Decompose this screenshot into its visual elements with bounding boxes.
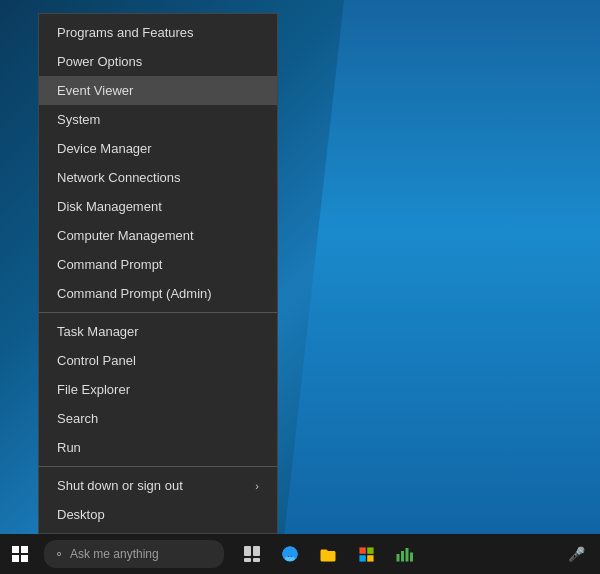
menu-item-label: Power Options: [57, 54, 142, 69]
task-view-icon[interactable]: [234, 534, 270, 574]
menu-item-label: System: [57, 112, 100, 127]
menu-item-file-explorer[interactable]: File Explorer: [39, 375, 277, 404]
menu-item-label: Command Prompt: [57, 257, 162, 272]
menu-item-device-manager[interactable]: Device Manager: [39, 134, 277, 163]
store-icon[interactable]: [348, 534, 384, 574]
svg-rect-10: [359, 555, 365, 561]
start-button[interactable]: [0, 534, 40, 574]
taskbar-icons: [234, 534, 422, 574]
menu-item-control-panel[interactable]: Control Panel: [39, 346, 277, 375]
svg-rect-12: [397, 554, 400, 562]
menu-item-label: Computer Management: [57, 228, 194, 243]
menu-item-label: File Explorer: [57, 382, 130, 397]
search-bar[interactable]: ⚬ Ask me anything: [44, 540, 224, 568]
svg-rect-5: [253, 546, 260, 556]
system-tray: 🎤: [560, 534, 592, 574]
menu-item-label: Event Viewer: [57, 83, 133, 98]
svg-rect-2: [12, 555, 19, 562]
menu-item-network-connections[interactable]: Network Connections: [39, 163, 277, 192]
context-menu: Programs and FeaturesPower OptionsEvent …: [38, 13, 278, 534]
edge-icon[interactable]: [272, 534, 308, 574]
svg-rect-1: [21, 546, 28, 553]
desktop: Programs and FeaturesPower OptionsEvent …: [0, 0, 600, 574]
menu-item-task-manager[interactable]: Task Manager: [39, 317, 277, 346]
menu-item-label: Device Manager: [57, 141, 152, 156]
menu-separator: [39, 312, 277, 313]
svg-rect-9: [367, 547, 373, 553]
menu-item-label: Control Panel: [57, 353, 136, 368]
svg-rect-0: [12, 546, 19, 553]
svg-rect-6: [244, 558, 251, 562]
menu-item-computer-management[interactable]: Computer Management: [39, 221, 277, 250]
menu-item-system[interactable]: System: [39, 105, 277, 134]
svg-rect-3: [21, 555, 28, 562]
menu-item-run[interactable]: Run: [39, 433, 277, 462]
svg-rect-7: [253, 558, 260, 562]
menu-item-power-options[interactable]: Power Options: [39, 47, 277, 76]
menu-item-command-prompt-admin[interactable]: Command Prompt (Admin): [39, 279, 277, 308]
file-explorer-taskbar-icon[interactable]: [310, 534, 346, 574]
menu-separator: [39, 466, 277, 467]
taskbar: ⚬ Ask me anything: [0, 534, 600, 574]
svg-rect-14: [406, 548, 409, 562]
submenu-chevron-icon: ›: [255, 480, 259, 492]
menu-item-label: Network Connections: [57, 170, 181, 185]
menu-item-label: Programs and Features: [57, 25, 194, 40]
menu-item-label: Search: [57, 411, 98, 426]
svg-rect-11: [367, 555, 373, 561]
svg-rect-13: [401, 551, 404, 562]
menu-item-label: Disk Management: [57, 199, 162, 214]
menu-item-desktop[interactable]: Desktop: [39, 500, 277, 529]
menu-item-programs-and-features[interactable]: Programs and Features: [39, 18, 277, 47]
menu-item-label: Shut down or sign out: [57, 478, 183, 493]
menu-item-label: Command Prompt (Admin): [57, 286, 212, 301]
menu-item-disk-management[interactable]: Disk Management: [39, 192, 277, 221]
menu-item-command-prompt[interactable]: Command Prompt: [39, 250, 277, 279]
menu-item-search[interactable]: Search: [39, 404, 277, 433]
svg-rect-4: [244, 546, 251, 556]
svg-rect-8: [359, 547, 365, 553]
menu-item-label: Run: [57, 440, 81, 455]
menu-item-event-viewer[interactable]: Event Viewer: [39, 76, 277, 105]
menu-item-label: Desktop: [57, 507, 105, 522]
menu-item-shut-down-sign-out[interactable]: Shut down or sign out›: [39, 471, 277, 500]
search-placeholder: Ask me anything: [70, 547, 159, 561]
chart-icon[interactable]: [386, 534, 422, 574]
menu-item-label: Task Manager: [57, 324, 139, 339]
svg-rect-15: [410, 553, 413, 562]
mic-taskbar-icon[interactable]: 🎤: [560, 534, 592, 574]
search-icon: ⚬: [54, 547, 64, 561]
